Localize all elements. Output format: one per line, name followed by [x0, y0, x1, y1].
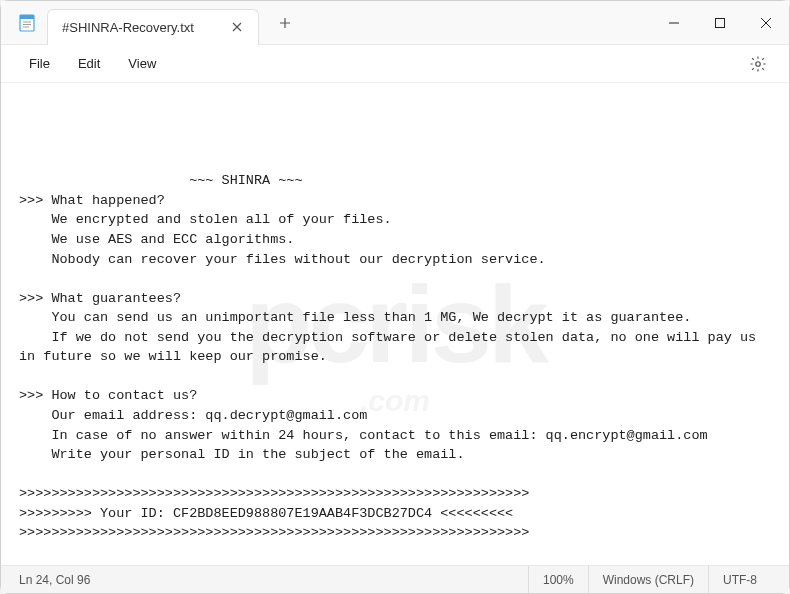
- menubar: File Edit View: [1, 45, 789, 83]
- menu-edit[interactable]: Edit: [66, 50, 112, 77]
- window-controls: [651, 1, 789, 44]
- notepad-window: #SHINRA-Recovery.txt File Edit View: [0, 0, 790, 594]
- maximize-button[interactable]: [697, 1, 743, 44]
- svg-rect-6: [716, 18, 725, 27]
- svg-point-7: [756, 61, 761, 66]
- new-tab-button[interactable]: [269, 7, 301, 39]
- menu-file[interactable]: File: [17, 50, 62, 77]
- titlebar: #SHINRA-Recovery.txt: [1, 1, 789, 45]
- svg-rect-1: [20, 15, 34, 19]
- statusbar: Ln 24, Col 96 100% Windows (CRLF) UTF-8: [1, 565, 789, 593]
- tab-active[interactable]: #SHINRA-Recovery.txt: [47, 9, 259, 45]
- document-content: ~~~ SHINRA ~~~ >>> What happened? We enc…: [19, 171, 771, 565]
- notepad-app-icon: [17, 13, 37, 33]
- minimize-button[interactable]: [651, 1, 697, 44]
- status-zoom[interactable]: 100%: [528, 566, 588, 593]
- tab-title: #SHINRA-Recovery.txt: [62, 20, 194, 35]
- close-window-button[interactable]: [743, 1, 789, 44]
- status-encoding[interactable]: UTF-8: [708, 566, 771, 593]
- close-tab-icon[interactable]: [230, 20, 244, 34]
- settings-button[interactable]: [743, 49, 773, 79]
- status-position[interactable]: Ln 24, Col 96: [19, 566, 104, 593]
- menu-view[interactable]: View: [116, 50, 168, 77]
- text-editor-area[interactable]: pcrisk .com ~~~ SHINRA ~~~ >>> What happ…: [1, 83, 789, 565]
- status-line-ending[interactable]: Windows (CRLF): [588, 566, 708, 593]
